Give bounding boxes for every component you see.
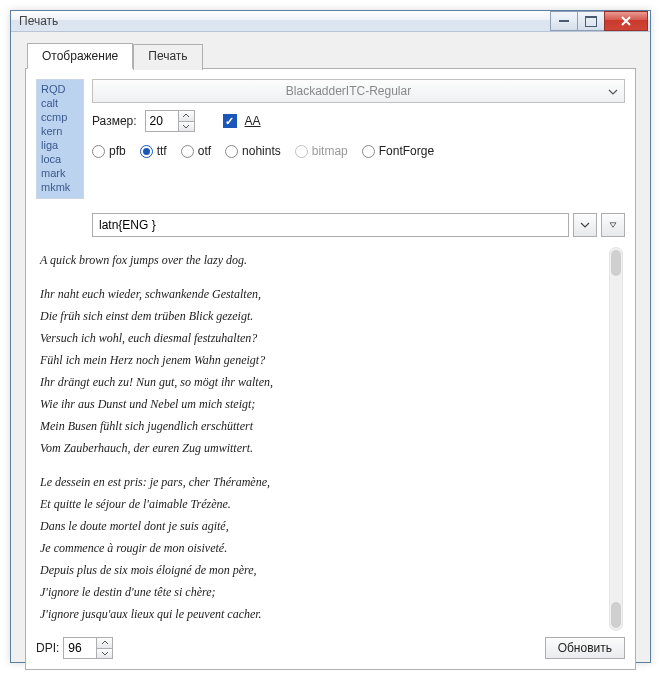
aa-checkbox[interactable] [223,114,237,128]
preview-line: Mein Busen fühlt sich jugendlich erschüt… [40,415,605,437]
print-window: Печать Отображение Печать RQD calt ccmp … [10,10,651,663]
dpi-input[interactable] [64,638,96,658]
spin-down[interactable] [97,649,112,659]
font-name: BlackadderITC-Regular [286,84,411,98]
script-dropdown-button[interactable] [573,213,597,237]
preview-line: Je commence à rougir de mon oisiveté. [40,537,605,559]
chevron-down-icon [608,84,618,98]
script-filter-button[interactable] [601,213,625,237]
refresh-button[interactable]: Обновить [545,637,625,659]
maximize-button[interactable] [577,11,605,31]
window-controls [551,11,648,31]
radio-fontforge-label[interactable]: FontForge [379,144,434,158]
radio-otf[interactable] [181,145,194,158]
scroll-thumb-bottom[interactable] [611,602,621,628]
preview-line: Wie ihr aus Dunst und Nebel um mich stei… [40,393,605,415]
feature-item[interactable]: loca [41,152,79,166]
script-input[interactable] [92,213,569,237]
dpi-spinner[interactable] [63,637,113,659]
feature-item[interactable]: ccmp [41,110,79,124]
content-area: Отображение Печать RQD calt ccmp kern li… [11,32,650,673]
titlebar[interactable]: Печать [11,11,650,32]
scroll-thumb-top[interactable] [611,250,621,276]
preview-line: J'ignore le destin d'une tête si chère; [40,581,605,603]
tab-bar: Отображение Печать [25,42,636,68]
radio-pfb[interactable] [92,145,105,158]
tab-panel: RQD calt ccmp kern liga loca mark mkmk B… [25,68,636,670]
preview-line: Versuch ich wohl, euch diesmal festzuhal… [40,327,605,349]
preview-scrollbar[interactable] [607,243,625,631]
preview-line: Ihr naht euch wieder, schwankende Gestal… [40,283,605,305]
preview-line: Fühl ich mein Herz noch jenem Wahn genei… [40,349,605,371]
preview-line: Dans le doute mortel dont je suis agité, [40,515,605,537]
upper-right: BlackadderITC-Regular Размер: [92,79,625,199]
minimize-button[interactable] [550,11,578,31]
feature-list[interactable]: RQD calt ccmp kern liga loca mark mkmk [36,79,84,199]
spin-up[interactable] [97,638,112,649]
preview-line: A quick brown fox jumps over the lazy do… [40,249,605,271]
format-row: pfb ttf otf nohints bitmap FontForge [92,139,625,163]
preview-line: Die früh sich einst dem trüben Blick gez… [40,305,605,327]
radio-ttf[interactable] [140,145,153,158]
size-input[interactable] [146,111,178,131]
font-dropdown[interactable]: BlackadderITC-Regular [92,79,625,103]
upper-row: RQD calt ccmp kern liga loca mark mkmk B… [36,79,625,199]
size-row: Размер: AA [92,109,625,133]
feature-item[interactable]: liga [41,138,79,152]
radio-nohints-label[interactable]: nohints [242,144,281,158]
feature-item[interactable]: mark [41,166,79,180]
window-title: Печать [19,14,551,28]
feature-item[interactable]: kern [41,124,79,138]
radio-ttf-label[interactable]: ttf [157,144,167,158]
tab-display[interactable]: Отображение [27,43,133,69]
bottom-row: DPI: Обновить [36,631,625,659]
spin-down[interactable] [179,122,194,132]
radio-bitmap [295,145,308,158]
radio-fontforge[interactable] [362,145,375,158]
size-spinner[interactable] [145,110,195,132]
close-button[interactable] [604,11,648,31]
spin-up[interactable] [179,111,194,122]
scroll-track[interactable] [609,247,623,631]
preview-line: Depuis plus de six mois éloigné de mon p… [40,559,605,581]
preview-line: Ihr drängt euch zu! Nun gut, so mögt ihr… [40,371,605,393]
aa-label[interactable]: AA [245,114,261,128]
preview-text: A quick brown fox jumps over the lazy do… [36,243,607,631]
radio-otf-label[interactable]: otf [198,144,211,158]
radio-pfb-label[interactable]: pfb [109,144,126,158]
preview-wrap: A quick brown fox jumps over the lazy do… [36,243,625,631]
radio-bitmap-label: bitmap [312,144,348,158]
feature-item[interactable]: RQD [41,82,79,96]
feature-item[interactable]: calt [41,96,79,110]
dpi-label: DPI: [36,641,59,655]
radio-nohints[interactable] [225,145,238,158]
feature-item[interactable]: mkmk [41,180,79,194]
preview-line: Vom Zauberhauch, der euren Zug umwittert… [40,437,605,459]
tab-print[interactable]: Печать [133,44,202,70]
preview-line: Et quitte le séjour de l'aimable Trézène… [40,493,605,515]
preview-line: Le dessein en est pris: je pars, cher Th… [40,471,605,493]
size-label: Размер: [92,114,137,128]
preview-line: J'ignore jusqu'aux lieux qui le peuvent … [40,603,605,625]
script-row [92,213,625,237]
